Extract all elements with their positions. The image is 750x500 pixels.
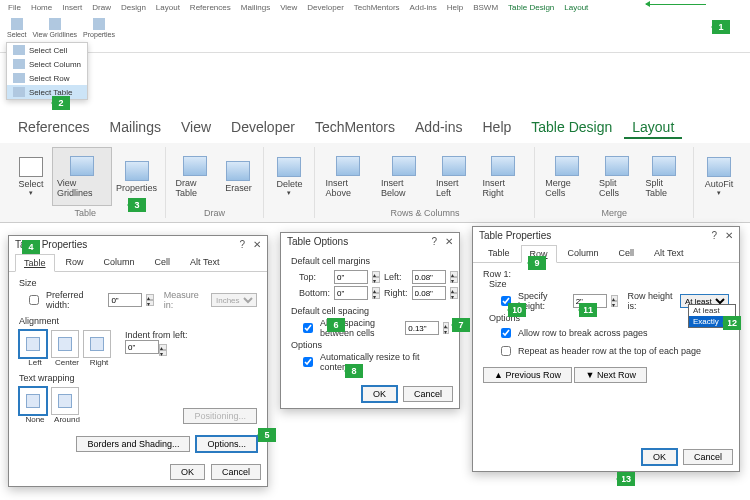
big-tab-view[interactable]: View: [173, 117, 219, 139]
tab-draw[interactable]: Draw: [88, 2, 115, 13]
align-right-option[interactable]: [83, 330, 111, 358]
dd-at-least[interactable]: At least: [689, 305, 735, 316]
tab-view[interactable]: View: [276, 2, 301, 13]
dlg1-cancel-button[interactable]: Cancel: [211, 464, 261, 480]
measure-select[interactable]: Inches: [211, 293, 257, 307]
indent-field[interactable]: [125, 340, 159, 354]
big-tab-addins[interactable]: Add-ins: [407, 117, 470, 139]
big-tab-references[interactable]: References: [10, 117, 98, 139]
wrap-around-option[interactable]: [51, 387, 79, 415]
dlg1-tab-cell[interactable]: Cell: [146, 253, 180, 271]
big-tab-help[interactable]: Help: [475, 117, 520, 139]
tab-references[interactable]: References: [186, 2, 235, 13]
options-button[interactable]: Options...: [196, 436, 257, 452]
marker-3: 3: [128, 198, 146, 212]
help-icon[interactable]: ?: [431, 236, 437, 247]
big-tab-layout[interactable]: Layout: [624, 117, 682, 139]
positioning-button[interactable]: Positioning...: [183, 408, 257, 424]
marker-13: 13: [617, 472, 635, 486]
dlg3-tab-alttext[interactable]: Alt Text: [645, 244, 692, 262]
wrap-none-option[interactable]: [19, 387, 47, 415]
close-icon[interactable]: ✕: [445, 236, 453, 247]
tab-insert[interactable]: Insert: [58, 2, 86, 13]
big-draw-table-button[interactable]: Draw Table: [172, 147, 218, 206]
select-row-item[interactable]: Select Row: [7, 71, 87, 85]
auto-resize-check[interactable]: [303, 357, 313, 367]
big-split-cells-button[interactable]: Split Cells: [595, 147, 639, 206]
dlg3-tab-column[interactable]: Column: [559, 244, 608, 262]
big-insert-below-button[interactable]: Insert Below: [377, 147, 430, 206]
tab-bswm[interactable]: BSWM: [469, 2, 502, 13]
dlg1-tab-column[interactable]: Column: [95, 253, 144, 271]
dlg3-tab-cell[interactable]: Cell: [610, 244, 644, 262]
dlg1-tab-table[interactable]: Table: [15, 254, 55, 272]
tab-techmentors[interactable]: TechMentors: [350, 2, 404, 13]
big-merge-cells-button[interactable]: Merge Cells: [541, 147, 593, 206]
table-options-dialog: Table Options?✕ Default cell margins Top…: [280, 232, 460, 409]
preferred-width-check[interactable]: [29, 295, 39, 305]
big-view-gridlines-button[interactable]: View Gridlines: [52, 147, 112, 206]
tab-layout[interactable]: Layout: [152, 2, 184, 13]
margin-bottom-field[interactable]: [334, 286, 368, 300]
align-center-option[interactable]: [51, 330, 79, 358]
marker-9: 9: [528, 256, 546, 270]
marker-1: 1: [712, 20, 730, 34]
dlg3-cancel-button[interactable]: Cancel: [683, 449, 733, 465]
big-ribbon-tabs: References Mailings View Developer TechM…: [0, 113, 750, 143]
allow-spacing-check[interactable]: [303, 323, 313, 333]
margin-right-field[interactable]: [412, 286, 446, 300]
tab-addins[interactable]: Add-ins: [406, 2, 441, 13]
big-eraser-button[interactable]: Eraser: [219, 147, 257, 206]
tab-design[interactable]: Design: [117, 2, 150, 13]
preferred-width-field[interactable]: [108, 293, 142, 307]
table-properties-dialog: Table Properties?✕ Table Row Column Cell…: [8, 235, 268, 487]
big-insert-right-button[interactable]: Insert Right: [478, 147, 528, 206]
tab-developer[interactable]: Developer: [303, 2, 347, 13]
dlg3-title: Table Properties: [479, 230, 551, 241]
help-icon[interactable]: ?: [711, 230, 717, 241]
allow-break-check[interactable]: [501, 328, 511, 338]
big-tab-developer[interactable]: Developer: [223, 117, 303, 139]
big-insert-above-button[interactable]: Insert Above: [321, 147, 375, 206]
big-delete-button[interactable]: Delete▾: [270, 147, 308, 206]
tab-table-layout[interactable]: Layout: [560, 2, 592, 13]
dlg3-ok-button[interactable]: OK: [642, 449, 677, 465]
select-table-item[interactable]: Select Table: [7, 85, 87, 99]
big-tab-techmentors[interactable]: TechMentors: [307, 117, 403, 139]
tab-help[interactable]: Help: [443, 2, 467, 13]
marker-2: 2: [52, 96, 70, 110]
align-left-option[interactable]: [19, 330, 47, 358]
big-tab-table-design[interactable]: Table Design: [523, 117, 620, 139]
dlg1-tab-row[interactable]: Row: [57, 253, 93, 271]
dlg1-ok-button[interactable]: OK: [170, 464, 205, 480]
big-insert-left-button[interactable]: Insert Left: [432, 147, 476, 206]
select-column-item[interactable]: Select Column: [7, 57, 87, 71]
dlg2-ok-button[interactable]: OK: [362, 386, 397, 402]
select-cell-item[interactable]: Select Cell: [7, 43, 87, 57]
margin-top-field[interactable]: [334, 270, 368, 284]
spacing-field[interactable]: [405, 321, 439, 335]
previous-row-button[interactable]: ▲ Previous Row: [483, 367, 572, 383]
select-dropdown: Select Cell Select Column Select Row Sel…: [6, 42, 88, 100]
big-tab-mailings[interactable]: Mailings: [102, 117, 169, 139]
tab-mailings[interactable]: Mailings: [237, 2, 274, 13]
close-icon[interactable]: ✕: [253, 239, 261, 250]
margin-left-field[interactable]: [412, 270, 446, 284]
big-split-table-button[interactable]: Split Table: [641, 147, 687, 206]
dlg1-tab-alttext[interactable]: Alt Text: [181, 253, 228, 271]
row-height-is-label: Row height is:: [628, 291, 676, 311]
borders-shading-button[interactable]: Borders and Shading...: [76, 436, 190, 452]
big-select-button[interactable]: Select▾: [12, 147, 50, 206]
dlg2-cancel-button[interactable]: Cancel: [403, 386, 453, 402]
dlg3-tab-table[interactable]: Table: [479, 244, 519, 262]
tab-table-design[interactable]: Table Design: [504, 2, 558, 13]
next-row-button[interactable]: ▼ Next Row: [574, 367, 646, 383]
close-icon[interactable]: ✕: [725, 230, 733, 241]
help-icon[interactable]: ?: [239, 239, 245, 250]
marker-8: 8: [345, 364, 363, 378]
dlg2-title: Table Options: [287, 236, 348, 247]
repeat-header-check[interactable]: [501, 346, 511, 356]
big-autofit-button[interactable]: AutoFit▾: [700, 147, 738, 206]
tab-home[interactable]: Home: [27, 2, 56, 13]
tab-file[interactable]: File: [4, 2, 25, 13]
